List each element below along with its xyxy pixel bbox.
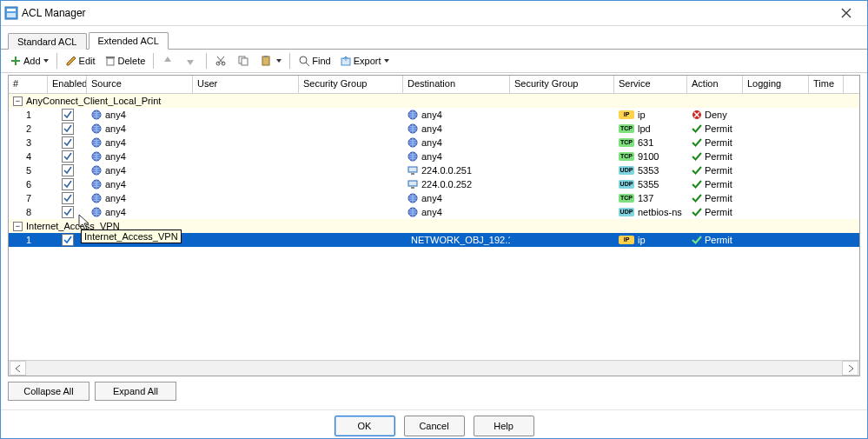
checkbox-icon (62, 136, 74, 149)
deny-icon (692, 110, 702, 120)
cell-source: any4 (87, 177, 193, 191)
grid-body[interactable]: −AnyConnect_Client_Local_Print1any4any4I… (9, 94, 859, 360)
copy-icon (237, 55, 249, 67)
cell-action: Permit (687, 150, 743, 163)
cell-user (193, 136, 299, 150)
acl-rule-row[interactable]: 8any4any4UDPnetbios-nsPermit (9, 205, 859, 219)
scroll-left-button[interactable] (10, 361, 26, 376)
cell-destination: any4 (403, 205, 510, 219)
col-user[interactable]: User (193, 76, 299, 93)
group-name: AnyConnect_Client_Local_Print (26, 96, 161, 106)
acl-rule-row[interactable]: 5any4224.0.0.251UDP5353Permit (9, 163, 859, 177)
cell-service: TCPlpd (614, 122, 687, 136)
ok-button[interactable]: OK (335, 416, 395, 436)
cell-enabled[interactable] (48, 108, 87, 122)
paste-button[interactable] (256, 52, 285, 70)
cell-source: any4 (87, 108, 193, 122)
network-any-icon (91, 207, 102, 217)
host-icon (407, 179, 418, 190)
network-any-icon (407, 137, 418, 148)
move-up-button[interactable] (158, 52, 179, 70)
network-any-icon (407, 110, 418, 120)
tabstrip: Standard ACL Extended ACL (1, 31, 867, 50)
copy-button[interactable] (234, 52, 255, 70)
cell-action: Permit (687, 233, 743, 247)
network-any-icon (91, 165, 102, 176)
cell-enabled[interactable] (48, 177, 87, 191)
expand-all-button[interactable]: Expand All (95, 382, 176, 401)
find-button[interactable]: Find (295, 52, 334, 70)
col-seq[interactable]: # (9, 76, 48, 93)
cell-service: UDPnetbios-ns (614, 205, 687, 219)
col-enabled[interactable]: Enabled (48, 76, 87, 93)
group-row[interactable]: −Internet_Access_VPN (9, 219, 859, 233)
col-service[interactable]: Service (614, 76, 687, 93)
expand-collapse-row: Collapse All Expand All (1, 376, 867, 406)
col-action[interactable]: Action (687, 76, 743, 93)
col-source[interactable]: Source (87, 76, 193, 93)
cut-button[interactable] (211, 52, 232, 70)
cell-enabled[interactable] (48, 163, 87, 177)
cell-sequence: 8 (9, 205, 48, 219)
window-title: ACL Manager (22, 7, 86, 19)
cell-service: UDP5353 (614, 163, 687, 177)
tab-extended-acl[interactable]: Extended ACL (89, 32, 169, 50)
cell-time (809, 136, 844, 150)
search-icon (298, 55, 310, 67)
network-any-icon (91, 151, 102, 162)
cancel-button[interactable]: Cancel (404, 416, 465, 436)
checkbox-icon (62, 234, 74, 246)
permit-icon (692, 179, 702, 190)
horizontal-scrollbar[interactable] (9, 360, 859, 376)
tab-standard-acl[interactable]: Standard ACL (8, 33, 87, 50)
acl-rule-row[interactable]: 6any4224.0.0.252UDP5355Permit (9, 177, 859, 191)
grid-header: # Enabled Source User Security Group Des… (9, 76, 859, 94)
col-time[interactable]: Time (809, 76, 844, 93)
acl-rule-row[interactable]: 7any4any4TCP137Permit (9, 191, 859, 205)
cell-action: Permit (687, 177, 743, 191)
cell-security-group (510, 122, 614, 136)
col-security-group-2[interactable]: Security Group (510, 76, 614, 93)
group-row[interactable]: −AnyConnect_Client_Local_Print (9, 94, 859, 108)
col-logging[interactable]: Logging (743, 76, 809, 93)
svg-rect-6 (106, 57, 115, 58)
acl-rule-row[interactable]: 4any4any4TCP9100Permit (9, 150, 859, 163)
export-button[interactable]: Export (336, 52, 393, 70)
scroll-right-button[interactable] (842, 361, 858, 376)
col-security-group-1[interactable]: Security Group (299, 76, 403, 93)
acl-rule-row[interactable]: 3any4any4TCP631Permit (9, 136, 859, 150)
host-icon (407, 165, 418, 176)
add-button[interactable]: Add (6, 52, 52, 70)
acl-rule-row[interactable]: 1NETWORK_OBJ_192.1...IPipPermit (9, 233, 859, 247)
cell-enabled[interactable] (48, 122, 87, 136)
clipboard-icon (260, 55, 272, 67)
cell-enabled[interactable] (48, 233, 87, 247)
help-button[interactable]: Help (474, 416, 534, 436)
cell-enabled[interactable] (48, 150, 87, 163)
move-down-button[interactable] (181, 52, 202, 70)
svg-point-13 (300, 57, 307, 63)
cell-sequence: 2 (9, 122, 48, 136)
cell-security-group (299, 108, 403, 122)
close-button[interactable] (829, 3, 864, 23)
permit-icon (692, 193, 702, 203)
cell-destination: any4 (403, 136, 510, 150)
col-destination[interactable]: Destination (403, 76, 510, 93)
edit-button[interactable]: Edit (62, 52, 99, 70)
cell-enabled[interactable] (48, 191, 87, 205)
cell-security-group (510, 108, 614, 122)
cell-service: IPip (614, 233, 687, 247)
collapse-all-button[interactable]: Collapse All (8, 382, 89, 401)
collapse-toggle-icon[interactable]: − (13, 222, 23, 231)
delete-button[interactable]: Delete (101, 52, 149, 70)
svg-rect-4 (11, 60, 20, 62)
acl-rule-row[interactable]: 2any4any4TCPlpdPermit (9, 122, 859, 136)
checkbox-icon (62, 164, 74, 176)
cell-source (87, 233, 193, 247)
permit-icon (692, 123, 702, 134)
svg-rect-1 (7, 9, 16, 11)
cell-enabled[interactable] (48, 136, 87, 150)
acl-rule-row[interactable]: 1any4any4IPipDeny (9, 108, 859, 122)
collapse-toggle-icon[interactable]: − (13, 96, 23, 106)
svg-rect-12 (264, 56, 268, 57)
